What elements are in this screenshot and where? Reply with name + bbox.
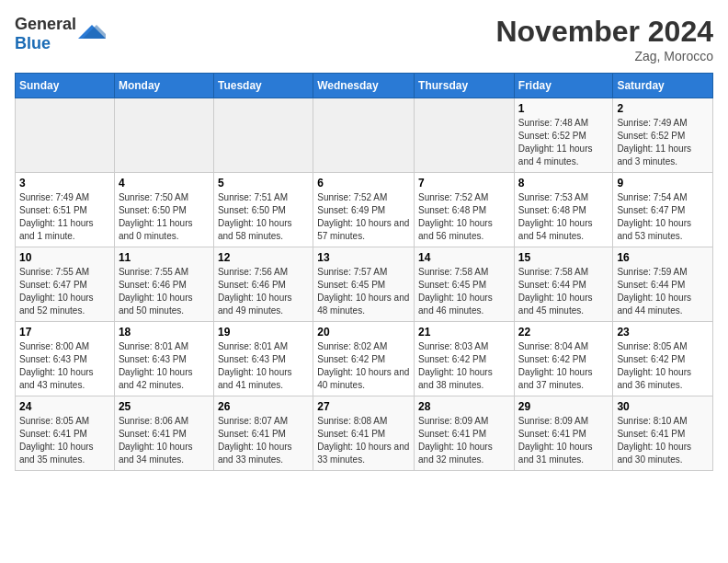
week-row-5: 24Sunrise: 8:05 AM Sunset: 6:41 PM Dayli… xyxy=(16,396,713,471)
week-row-2: 3Sunrise: 7:49 AM Sunset: 6:51 PM Daylig… xyxy=(16,173,713,247)
day-info: Sunrise: 8:06 AM Sunset: 6:41 PM Dayligh… xyxy=(119,415,210,466)
title-block: November 2024 Zag, Morocco xyxy=(495,15,713,63)
week-row-4: 17Sunrise: 8:00 AM Sunset: 6:43 PM Dayli… xyxy=(16,322,713,396)
calendar-table: SundayMondayTuesdayWednesdayThursdayFrid… xyxy=(15,73,713,471)
week-row-1: 1Sunrise: 7:48 AM Sunset: 6:52 PM Daylig… xyxy=(16,98,713,173)
day-info: Sunrise: 7:51 AM Sunset: 6:50 PM Dayligh… xyxy=(218,191,309,243)
day-info: Sunrise: 7:50 AM Sunset: 6:50 PM Dayligh… xyxy=(119,191,210,243)
day-cell: 14Sunrise: 7:58 AM Sunset: 6:45 PM Dayli… xyxy=(415,247,515,322)
day-cell xyxy=(415,98,515,173)
day-info: Sunrise: 8:07 AM Sunset: 6:41 PM Dayligh… xyxy=(218,415,309,466)
day-cell: 10Sunrise: 7:55 AM Sunset: 6:47 PM Dayli… xyxy=(16,247,115,322)
day-cell: 24Sunrise: 8:05 AM Sunset: 6:41 PM Dayli… xyxy=(16,396,115,471)
day-cell: 1Sunrise: 7:48 AM Sunset: 6:52 PM Daylig… xyxy=(514,98,613,173)
day-number: 8 xyxy=(518,177,609,190)
day-cell: 13Sunrise: 7:57 AM Sunset: 6:45 PM Dayli… xyxy=(313,247,415,322)
day-number: 12 xyxy=(218,251,309,264)
day-number: 5 xyxy=(218,177,309,190)
day-info: Sunrise: 8:05 AM Sunset: 6:41 PM Dayligh… xyxy=(19,415,110,466)
month-title: November 2024 xyxy=(495,15,713,49)
day-info: Sunrise: 8:08 AM Sunset: 6:41 PM Dayligh… xyxy=(317,415,410,466)
week-row-3: 10Sunrise: 7:55 AM Sunset: 6:47 PM Dayli… xyxy=(16,247,713,322)
day-number: 15 xyxy=(518,251,609,264)
day-info: Sunrise: 7:52 AM Sunset: 6:49 PM Dayligh… xyxy=(317,191,410,243)
day-cell xyxy=(16,98,115,173)
day-cell: 27Sunrise: 8:08 AM Sunset: 6:41 PM Dayli… xyxy=(313,396,415,471)
day-cell xyxy=(114,98,213,173)
day-cell: 6Sunrise: 7:52 AM Sunset: 6:49 PM Daylig… xyxy=(313,173,415,247)
day-info: Sunrise: 8:00 AM Sunset: 6:43 PM Dayligh… xyxy=(19,340,110,392)
weekday-header-row: SundayMondayTuesdayWednesdayThursdayFrid… xyxy=(16,74,713,98)
day-cell: 2Sunrise: 7:49 AM Sunset: 6:52 PM Daylig… xyxy=(613,98,713,173)
day-info: Sunrise: 7:54 AM Sunset: 6:47 PM Dayligh… xyxy=(617,191,709,243)
day-number: 27 xyxy=(317,400,410,413)
day-info: Sunrise: 7:59 AM Sunset: 6:44 PM Dayligh… xyxy=(617,266,709,317)
day-number: 23 xyxy=(617,326,709,339)
day-info: Sunrise: 8:01 AM Sunset: 6:43 PM Dayligh… xyxy=(218,340,309,392)
day-info: Sunrise: 8:09 AM Sunset: 6:41 PM Dayligh… xyxy=(518,415,609,466)
day-info: Sunrise: 8:03 AM Sunset: 6:42 PM Dayligh… xyxy=(418,340,510,392)
day-number: 10 xyxy=(19,251,110,264)
day-number: 20 xyxy=(317,326,410,339)
day-info: Sunrise: 7:58 AM Sunset: 6:44 PM Dayligh… xyxy=(518,266,609,317)
weekday-header-thursday: Thursday xyxy=(415,74,515,98)
day-number: 3 xyxy=(19,177,110,190)
day-info: Sunrise: 7:55 AM Sunset: 6:47 PM Dayligh… xyxy=(19,266,110,317)
day-info: Sunrise: 8:05 AM Sunset: 6:42 PM Dayligh… xyxy=(617,340,709,392)
day-cell: 17Sunrise: 8:00 AM Sunset: 6:43 PM Dayli… xyxy=(16,322,115,396)
day-info: Sunrise: 7:56 AM Sunset: 6:46 PM Dayligh… xyxy=(218,266,309,317)
day-number: 11 xyxy=(119,251,210,264)
logo-general: General xyxy=(15,15,76,33)
logo-blue: Blue xyxy=(15,34,51,52)
day-cell: 4Sunrise: 7:50 AM Sunset: 6:50 PM Daylig… xyxy=(114,173,213,247)
location: Zag, Morocco xyxy=(495,49,713,63)
day-cell: 9Sunrise: 7:54 AM Sunset: 6:47 PM Daylig… xyxy=(613,173,713,247)
day-info: Sunrise: 8:02 AM Sunset: 6:42 PM Dayligh… xyxy=(317,340,410,392)
day-cell: 19Sunrise: 8:01 AM Sunset: 6:43 PM Dayli… xyxy=(213,322,313,396)
day-number: 25 xyxy=(119,400,210,413)
day-info: Sunrise: 7:52 AM Sunset: 6:48 PM Dayligh… xyxy=(418,191,510,243)
day-info: Sunrise: 7:48 AM Sunset: 6:52 PM Dayligh… xyxy=(518,117,609,168)
day-cell: 20Sunrise: 8:02 AM Sunset: 6:42 PM Dayli… xyxy=(313,322,415,396)
day-info: Sunrise: 7:55 AM Sunset: 6:46 PM Dayligh… xyxy=(119,266,210,317)
day-cell: 26Sunrise: 8:07 AM Sunset: 6:41 PM Dayli… xyxy=(213,396,313,471)
day-cell xyxy=(213,98,313,173)
weekday-header-tuesday: Tuesday xyxy=(213,74,313,98)
day-number: 13 xyxy=(317,251,410,264)
day-cell: 28Sunrise: 8:09 AM Sunset: 6:41 PM Dayli… xyxy=(415,396,515,471)
day-cell: 5Sunrise: 7:51 AM Sunset: 6:50 PM Daylig… xyxy=(213,173,313,247)
day-info: Sunrise: 8:04 AM Sunset: 6:42 PM Dayligh… xyxy=(518,340,609,392)
day-info: Sunrise: 7:53 AM Sunset: 6:48 PM Dayligh… xyxy=(518,191,609,243)
day-cell: 29Sunrise: 8:09 AM Sunset: 6:41 PM Dayli… xyxy=(514,396,613,471)
day-cell: 21Sunrise: 8:03 AM Sunset: 6:42 PM Dayli… xyxy=(415,322,515,396)
day-number: 24 xyxy=(19,400,110,413)
day-cell: 22Sunrise: 8:04 AM Sunset: 6:42 PM Dayli… xyxy=(514,322,613,396)
day-number: 29 xyxy=(518,400,609,413)
day-number: 7 xyxy=(418,177,510,190)
day-cell: 15Sunrise: 7:58 AM Sunset: 6:44 PM Dayli… xyxy=(514,247,613,322)
day-number: 28 xyxy=(418,400,510,413)
day-number: 18 xyxy=(119,326,210,339)
day-cell: 23Sunrise: 8:05 AM Sunset: 6:42 PM Dayli… xyxy=(613,322,713,396)
day-info: Sunrise: 8:09 AM Sunset: 6:41 PM Dayligh… xyxy=(418,415,510,466)
day-number: 22 xyxy=(518,326,609,339)
day-number: 6 xyxy=(317,177,410,190)
day-number: 14 xyxy=(418,251,510,264)
day-number: 4 xyxy=(119,177,210,190)
day-number: 9 xyxy=(617,177,709,190)
logo: General Blue xyxy=(15,15,106,53)
day-info: Sunrise: 7:49 AM Sunset: 6:52 PM Dayligh… xyxy=(617,117,709,168)
day-info: Sunrise: 7:58 AM Sunset: 6:45 PM Dayligh… xyxy=(418,266,510,317)
weekday-header-sunday: Sunday xyxy=(16,74,115,98)
logo-icon xyxy=(78,20,106,48)
day-number: 16 xyxy=(617,251,709,264)
day-number: 17 xyxy=(19,326,110,339)
day-cell: 11Sunrise: 7:55 AM Sunset: 6:46 PM Dayli… xyxy=(114,247,213,322)
day-info: Sunrise: 7:57 AM Sunset: 6:45 PM Dayligh… xyxy=(317,266,410,317)
day-cell: 25Sunrise: 8:06 AM Sunset: 6:41 PM Dayli… xyxy=(114,396,213,471)
day-info: Sunrise: 8:10 AM Sunset: 6:41 PM Dayligh… xyxy=(617,415,709,466)
weekday-header-friday: Friday xyxy=(514,74,613,98)
weekday-header-saturday: Saturday xyxy=(613,74,713,98)
weekday-header-monday: Monday xyxy=(114,74,213,98)
day-number: 21 xyxy=(418,326,510,339)
